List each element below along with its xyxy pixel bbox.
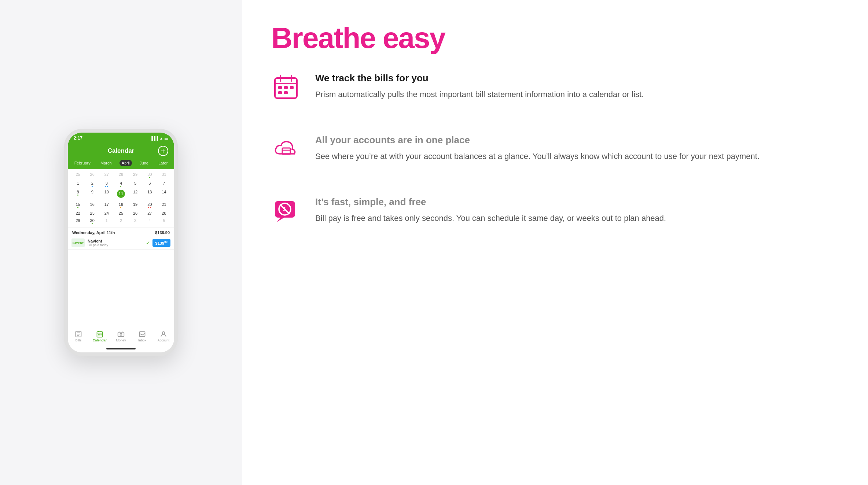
bill-sub: Bill paid today [88,243,146,247]
calendar-nav-title: Calendar [108,147,135,155]
cal-cell: 26 [128,210,143,217]
month-jun[interactable]: June [137,160,151,166]
cal-cell: 15 [71,201,85,210]
selected-day-header: Wednesday, April 11th $138.90 [68,227,174,236]
status-icons: ▐▐▐ ▲ ▬ [150,136,168,140]
month-mar[interactable]: March [98,160,114,166]
svg-rect-24 [278,91,282,94]
cal-cell: 9 [85,188,99,201]
cal-cell: 22 [71,210,85,217]
cal-cell: 3 [128,217,143,226]
feature-icon-calendar [271,73,301,102]
tab-bills[interactable]: Bills [68,330,89,342]
feature-text-accounts: All your accounts are in one place See w… [315,134,839,162]
bill-item[interactable]: NAVIENT Navient Bill paid today ✓ $13900 [68,236,174,250]
feature-title-accounts: All your accounts are in one place [315,134,839,146]
cal-cell: 20 [143,201,157,210]
cal-cell: 1 [99,217,114,226]
bill-check-icon: ✓ [146,240,150,246]
feature-text-payment: It’s fast, simple, and free Bill pay is … [315,196,839,224]
cal-cell: 21 [157,201,171,210]
svg-rect-22 [284,86,288,89]
feature-desc-payment: Bill pay is free and takes only seconds.… [315,212,839,224]
right-panel: Breathe easy We track the bills for you … [242,0,868,485]
selected-day-label: Wednesday, April 11th [72,230,115,235]
svg-rect-11 [118,332,124,337]
svg-rect-23 [290,86,294,89]
status-time: 2:17 [74,136,82,141]
cal-cell: 24 [99,210,114,217]
cal-cell: 8 [71,188,85,201]
phone-mockup: 2:17 ▐▐▐ ▲ ▬ Calendar + February March A… [64,129,178,356]
cal-cell: 5 [128,179,143,188]
cal-cell: 30 [143,171,157,179]
calendar-row: 15 16 17 18 19 20 21 [71,201,171,210]
cal-cell: 29 [71,217,85,226]
feature-desc-calendar: Prism automatically pulls the most impor… [315,88,839,100]
cal-cell: 27 [143,210,157,217]
cal-cell: 4 [114,179,128,188]
wifi-icon: ▲ [159,136,163,140]
tab-account-label: Account [158,338,170,342]
battery-icon: ▬ [165,136,168,140]
divider-1 [271,118,839,118]
home-indicator [68,345,174,352]
cal-cell: 16 [85,201,99,210]
month-apr[interactable]: April [119,160,132,166]
bills-icon [75,330,82,338]
cal-cell: 7 [157,179,171,188]
cal-cell: 27 [99,171,114,179]
cal-cell: 3 [99,179,114,188]
phone-status-bar: 2:17 ▐▐▐ ▲ ▬ [68,133,174,144]
month-feb[interactable]: February [72,160,93,166]
feature-desc-accounts: See where you’re at with your account ba… [315,150,839,162]
cal-cell: 2 [85,179,99,188]
svg-rect-21 [278,86,282,89]
cal-cell: 4 [143,217,157,226]
left-panel: 2:17 ▐▐▐ ▲ ▬ Calendar + February March A… [0,0,242,485]
calendar-row: 22 23 24 25 26 27 28 [71,210,171,217]
tab-money[interactable]: Money [110,330,132,342]
cal-cell: 12 [128,188,143,201]
svg-marker-29 [277,218,284,222]
signal-icon: ▐▐▐ [150,136,158,140]
tab-account[interactable]: Account [153,330,174,342]
account-icon [160,330,167,338]
feature-icon-payment: $ [271,196,301,226]
calendar-tab-icon [96,330,103,338]
bill-logo: NAVIENT [71,238,85,247]
calendar-row: 25 26 27 28 29 30 31 [71,171,171,179]
cal-cell: 19 [128,201,143,210]
cal-cell: 1 [71,179,85,188]
bill-name: Navient [88,239,146,243]
tab-inbox[interactable]: Inbox [132,330,153,342]
feature-block-calendar: We track the bills for you Prism automat… [271,73,839,102]
home-bar [106,348,136,349]
selected-day-total: $138.90 [155,230,170,235]
cal-cell: 18 [114,201,128,210]
feature-title-calendar: We track the bills for you [315,73,839,84]
feature-title-payment: It’s fast, simple, and free [315,196,839,208]
cal-cell: 10 [99,188,114,201]
svg-point-12 [120,333,122,335]
svg-rect-9 [99,334,100,336]
calendar-row: 8 9 10 11 12 13 14 [71,188,171,201]
divider-2 [271,180,839,180]
cal-cell: 30 [85,217,99,226]
cal-cell: 17 [99,201,114,210]
month-later[interactable]: Later [156,160,170,166]
feature-block-accounts: All your accounts are in one place See w… [271,134,839,164]
tab-money-label: Money [116,338,126,342]
phone-nav: Calendar + [68,144,174,160]
cal-cell: 13 [143,188,157,201]
cal-cell: 23 [85,210,99,217]
add-button[interactable]: + [158,146,168,156]
svg-rect-10 [101,334,102,336]
cal-cell: 28 [157,210,171,217]
cal-cell: 25 [114,210,128,217]
tab-calendar-label: Calendar [93,338,107,342]
tab-calendar[interactable]: Calendar [89,330,110,342]
calendar-row: 1 2 3 4 5 6 7 [71,179,171,188]
bill-amount: $13900 [152,239,170,247]
svg-rect-4 [97,332,103,337]
